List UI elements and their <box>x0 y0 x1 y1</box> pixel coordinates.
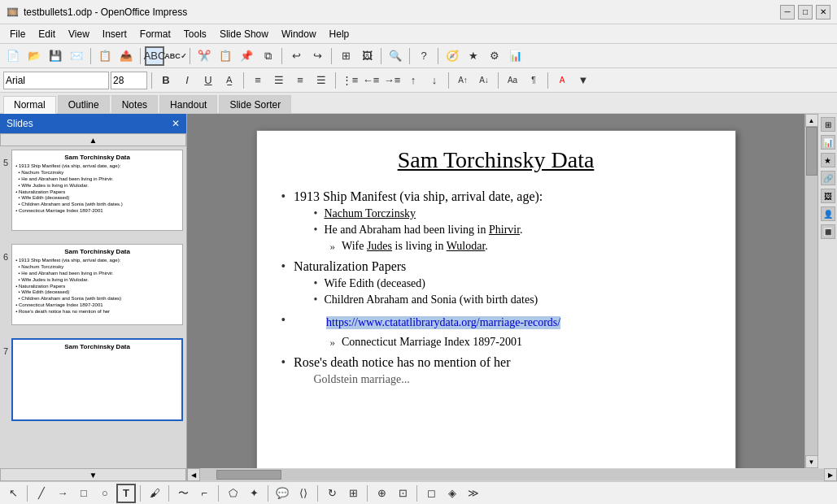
font-color-button[interactable]: A <box>552 71 572 90</box>
open-button[interactable]: 📂 <box>24 46 44 66</box>
font-name-input[interactable]: Arial <box>3 72 109 89</box>
maximize-button[interactable]: □ <box>798 5 813 20</box>
save-button[interactable]: 💾 <box>46 46 65 66</box>
align-right-button[interactable]: ≡ <box>290 71 310 90</box>
copy-button[interactable]: 📋 <box>216 46 235 66</box>
tab-slide-sorter[interactable]: Slide Sorter <box>219 95 291 113</box>
undo-button[interactable]: ↩ <box>286 46 306 66</box>
char-format-button[interactable]: Aa <box>503 71 522 90</box>
table-button[interactable]: ⊞ <box>336 46 355 66</box>
menu-file[interactable]: File <box>3 25 32 43</box>
slide-item-5[interactable]: 5 Sam Torchinsky Data • 1913 Ship Manife… <box>3 150 183 237</box>
minimize-button[interactable]: ─ <box>780 5 795 20</box>
polygon-tool[interactable]: ⬠ <box>223 484 242 503</box>
navigator-button[interactable]: 🧭 <box>442 46 462 66</box>
slides-content[interactable]: 5 Sam Torchinsky Data • 1913 Ship Manife… <box>0 146 186 468</box>
export-button[interactable]: 📤 <box>116 46 136 66</box>
font-size-input[interactable]: 28 <box>111 72 147 89</box>
shadow-tool[interactable]: ◻ <box>421 484 441 503</box>
align-center-button[interactable]: ☰ <box>269 71 289 90</box>
scroll-track-v[interactable] <box>805 127 817 455</box>
connector-tool[interactable]: ⌐ <box>194 484 214 503</box>
rect-tool[interactable]: □ <box>74 484 94 503</box>
tab-normal[interactable]: Normal <box>3 96 56 114</box>
bullets-button[interactable]: ⋮≡ <box>340 71 360 90</box>
bold-button[interactable]: B <box>156 71 176 90</box>
slide-item-7[interactable]: 7 Sam Torchinsky Data <box>3 338 183 428</box>
panel-icon-1[interactable]: ⊞ <box>821 117 835 132</box>
scroll-left-arrow[interactable]: ◀ <box>187 468 200 481</box>
underline-button[interactable]: U <box>198 71 218 90</box>
bullet-3-link[interactable]: https://www.ctatatlibrarydata.org/marria… <box>326 316 560 329</box>
slide-item-6[interactable]: 6 Sam Torchinsky Data • 1913 Ship Manife… <box>3 244 183 332</box>
slides-scroll-up[interactable]: ▲ <box>0 133 186 146</box>
menu-format[interactable]: Format <box>133 25 177 43</box>
close-button[interactable]: ✕ <box>816 5 830 20</box>
menu-edit[interactable]: Edit <box>32 25 62 43</box>
align-tool[interactable]: ⊞ <box>343 484 363 503</box>
line-tool[interactable]: ╱ <box>32 484 51 503</box>
align-left-button[interactable]: ≡ <box>248 71 268 90</box>
tab-notes[interactable]: Notes <box>111 95 158 113</box>
3d-tool[interactable]: ◈ <box>442 484 462 503</box>
shadow-button[interactable]: A̲ <box>220 71 239 90</box>
panel-icon-4[interactable]: 🔗 <box>821 171 835 185</box>
cut-button[interactable]: ✂️ <box>194 46 214 66</box>
export-pdf-button[interactable]: 📋 <box>95 46 115 66</box>
italic-button[interactable]: I <box>177 71 197 90</box>
arrow-tool[interactable]: → <box>53 484 72 503</box>
clone-button[interactable]: ⧉ <box>258 46 277 66</box>
spellcheck-button[interactable]: ABC <box>145 46 164 66</box>
menu-window[interactable]: Window <box>275 25 323 43</box>
star-button[interactable]: ★ <box>464 46 483 66</box>
tab-handout[interactable]: Handout <box>159 95 217 113</box>
paint-tool[interactable]: 🖌 <box>145 484 164 503</box>
ellipse-tool[interactable]: ○ <box>95 484 115 503</box>
panel-icon-6[interactable]: 👤 <box>821 206 835 221</box>
decrease-font-button[interactable]: A↓ <box>474 71 494 90</box>
panel-icon-5[interactable]: 🖼 <box>821 189 835 203</box>
menu-view[interactable]: View <box>62 25 96 43</box>
snap-tool[interactable]: ⊕ <box>372 484 391 503</box>
menu-slideshow[interactable]: Slide Show <box>213 25 275 43</box>
new-button[interactable]: 📄 <box>3 46 23 66</box>
horizontal-scrollbar[interactable]: ◀ ▶ <box>187 468 837 481</box>
move-down-button[interactable]: ↓ <box>425 71 444 90</box>
redo-button[interactable]: ↪ <box>307 46 327 66</box>
email-button[interactable]: ✉️ <box>67 46 86 66</box>
select-tool[interactable]: ↖ <box>3 484 23 503</box>
canvas-area[interactable]: Sam Torchinsky Data • 1913 Ship Manifest… <box>187 114 804 468</box>
curves-tool[interactable]: 〜 <box>173 484 193 503</box>
indent-less-button[interactable]: ←≡ <box>361 71 381 90</box>
highlight-button[interactable]: ▼ <box>573 71 593 90</box>
autocorrect-button[interactable]: ABC✓ <box>166 46 185 66</box>
move-up-button[interactable]: ↑ <box>403 71 423 90</box>
menu-tools[interactable]: Tools <box>177 25 213 43</box>
slides-scroll-down[interactable]: ▼ <box>0 468 186 481</box>
para-format-button[interactable]: ¶ <box>524 71 543 90</box>
paste-button[interactable]: 📌 <box>237 46 256 66</box>
increase-font-button[interactable]: A↑ <box>453 71 473 90</box>
stars-tool[interactable]: ✦ <box>244 484 264 503</box>
menu-help[interactable]: Help <box>323 25 356 43</box>
find-button[interactable]: 🔍 <box>386 46 405 66</box>
tab-outline[interactable]: Outline <box>58 95 110 113</box>
menu-insert[interactable]: Insert <box>96 25 133 43</box>
panel-icon-2[interactable]: 📊 <box>821 135 835 150</box>
macro-button[interactable]: ⚙ <box>485 46 504 66</box>
scroll-up-arrow[interactable]: ▲ <box>805 114 818 127</box>
help-button[interactable]: ? <box>414 46 434 66</box>
scroll-right-arrow[interactable]: ▶ <box>824 468 837 481</box>
panel-icon-3[interactable]: ★ <box>821 153 835 167</box>
rotate-tool[interactable]: ↻ <box>322 484 342 503</box>
scroll-down-arrow[interactable]: ▼ <box>805 455 818 468</box>
scroll-track-h[interactable] <box>200 469 824 480</box>
text-tool[interactable]: T <box>116 484 136 503</box>
position-tool[interactable]: ⊡ <box>393 484 412 503</box>
panel-icon-7[interactable]: 🔳 <box>821 224 835 239</box>
vertical-scrollbar[interactable]: ▲ ▼ <box>804 114 817 468</box>
callout-tool[interactable]: 💬 <box>272 484 292 503</box>
justify-button[interactable]: ☰ <box>312 71 331 90</box>
indent-more-button[interactable]: →≡ <box>382 71 402 90</box>
insert-image-button[interactable]: 🖼 <box>357 46 377 66</box>
